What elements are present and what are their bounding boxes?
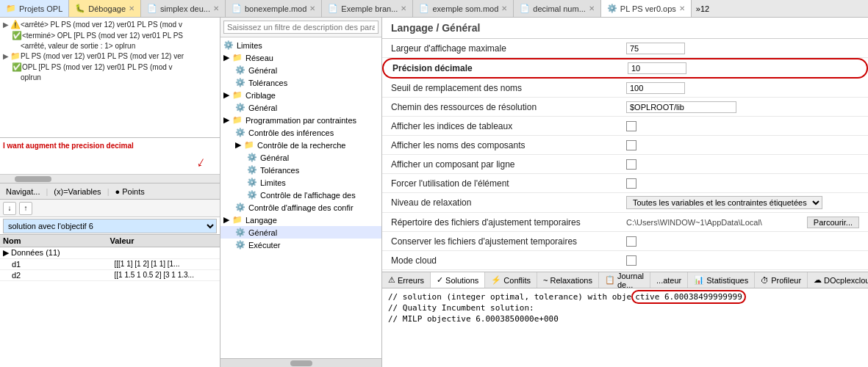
journal-label: Journal de... bbox=[617, 272, 644, 288]
param-executer[interactable]: ⚙️ Exécuter bbox=[220, 239, 381, 251]
param-prog-contraintes[interactable]: ▶ 📁 Programmation par contraintes bbox=[220, 114, 381, 126]
label-largeur: Largeur d'affichage maximale bbox=[391, 43, 626, 54]
tree-item-4[interactable]: ✅ OPL [PL PS (mod ver 12) ver01 PL PS (m… bbox=[0, 62, 220, 73]
tab-decimal[interactable]: 📄 decimal num... ✕ bbox=[514, 0, 601, 17]
conflits-label: Conflits bbox=[503, 276, 531, 285]
select-relaxation[interactable]: Toutes les variables et les contraintes … bbox=[626, 196, 822, 209]
tree-item-2[interactable]: <arrêté, valeur de sortie : 1> oplrun bbox=[0, 41, 220, 51]
param-general-2[interactable]: ⚙️ Général bbox=[220, 151, 381, 164]
param-general-langage[interactable]: ⚙️ Général bbox=[220, 226, 381, 239]
param-controle-recherche[interactable]: ▶ 📁 Contrôle de la recherche bbox=[220, 139, 381, 151]
param-tolerances-1-icon: ⚙️ bbox=[235, 78, 245, 87]
console-tab-solutions[interactable]: ✓ Solutions bbox=[431, 272, 485, 288]
nav-tab-navigat[interactable]: Navigat... bbox=[3, 186, 43, 197]
console-tab-docplexcloud[interactable]: ☁ DOcplexcloud bbox=[808, 272, 868, 288]
label-seuil: Seuil de remplacement des noms bbox=[391, 83, 626, 93]
param-controle-affichage[interactable]: ⚙️ Contrôle de l'affichage des bbox=[220, 189, 381, 201]
data-cell-nom-2: d2 bbox=[12, 271, 115, 280]
data-row-1[interactable]: d1 [[[1 1] [1 2] [1 1] [1... bbox=[0, 259, 220, 270]
checkbox-cloud[interactable] bbox=[626, 255, 636, 266]
console-text-1: // Quality Incumbent solution: bbox=[388, 303, 534, 313]
checkbox-indices[interactable] bbox=[626, 121, 636, 131]
close-bonexemple-icon[interactable]: ✕ bbox=[309, 4, 315, 12]
toolbar-btn-down[interactable]: ↓ bbox=[3, 202, 16, 215]
tab-projets[interactable]: 📁 Projets OPL bbox=[0, 0, 69, 17]
param-langage[interactable]: ▶ 📁 Langage bbox=[220, 214, 381, 226]
checkbox-composant[interactable] bbox=[626, 159, 636, 170]
tab-simplex[interactable]: 📄 simplex deu... ✕ bbox=[141, 0, 226, 17]
close-plps-icon[interactable]: ✕ bbox=[679, 4, 685, 12]
tree-item-3[interactable]: ▶ 📁 PL PS (mod ver 12) ver01 PL PS (mod … bbox=[0, 51, 220, 62]
input-largeur[interactable] bbox=[626, 43, 685, 54]
solution-select[interactable]: solution avec l'objectif 6 bbox=[3, 219, 217, 233]
solutions-icon: ✓ bbox=[437, 275, 443, 285]
checkbox-conserver[interactable] bbox=[626, 236, 636, 247]
solutions-label: Solutions bbox=[445, 276, 478, 285]
console-tab-profileur[interactable]: ⏱ Profileur bbox=[755, 272, 808, 288]
param-general-1[interactable]: ⚙️ Général bbox=[220, 64, 381, 76]
h-scrollbar[interactable] bbox=[0, 175, 220, 184]
tree-arrow-0: ▶ bbox=[3, 21, 9, 29]
nav-tab-points[interactable]: ● Points bbox=[112, 186, 147, 197]
middle-scrollbar-h[interactable] bbox=[220, 358, 381, 367]
projets-icon: 📁 bbox=[6, 4, 16, 13]
param-general-1-icon: ⚙️ bbox=[235, 65, 245, 75]
exemplesom-icon: 📄 bbox=[419, 4, 429, 13]
input-chemin[interactable] bbox=[626, 101, 736, 113]
tab-debogage[interactable]: 🐛 Débogage ✕ bbox=[69, 0, 141, 17]
console-line-1: // Quality Incumbent solution: bbox=[388, 302, 862, 313]
tab-plps[interactable]: ⚙️ PL PS ver0.ops ✕ bbox=[601, 0, 692, 18]
browse-button[interactable]: Parcourir... bbox=[807, 217, 859, 228]
label-composant: Afficher un composant par ligne bbox=[391, 159, 626, 170]
param-general-criblage-label: Général bbox=[248, 103, 277, 112]
tree-item-1[interactable]: ✅ <terminé> OPL [PL PS (mod ver 12) ver0… bbox=[0, 30, 220, 41]
tab-more[interactable]: »12 bbox=[692, 0, 714, 17]
close-decimal-icon[interactable]: ✕ bbox=[589, 4, 595, 12]
settings-row-chemin: Chemin des ressources de résolution bbox=[382, 98, 868, 117]
console-tab-erreurs[interactable]: ⚠ Erreurs bbox=[382, 272, 431, 288]
tab-exemple[interactable]: 📄 Exemple bran... ✕ bbox=[322, 0, 413, 17]
param-general-criblage[interactable]: ⚙️ Général bbox=[220, 101, 381, 114]
close-exemple-icon[interactable]: ✕ bbox=[401, 4, 406, 12]
tab-bonexemple[interactable]: 📄 bonexemple.mod ✕ bbox=[226, 0, 322, 17]
console-tab-journal[interactable]: 📋 Journal de... bbox=[599, 272, 650, 288]
param-controle-affinage[interactable]: ⚙️ Contrôle d'affinage des confir bbox=[220, 201, 381, 214]
close-debogage-icon[interactable]: ✕ bbox=[129, 4, 134, 12]
console-tab-relaxations[interactable]: ~ Relaxations bbox=[537, 272, 599, 288]
param-tolerances-2[interactable]: ⚙️ Tolérances bbox=[220, 164, 381, 176]
data-row-0[interactable]: ▶ Données (11) bbox=[0, 247, 220, 259]
tab-exemplesom[interactable]: 📄 exemple som.mod ✕ bbox=[413, 0, 514, 17]
toolbar-btn-up[interactable]: ↑ bbox=[19, 202, 32, 215]
checkbox-forcer[interactable] bbox=[626, 178, 636, 189]
nav-tab-variables[interactable]: (x)=(x)=VariablesVariables bbox=[51, 186, 104, 197]
data-cell-val-1: [[[1 1] [1 2] [1 1] [1... bbox=[115, 260, 218, 268]
tree-item-5[interactable]: oplrun bbox=[0, 73, 220, 82]
console-content: // solution (integer optimal, tolerance)… bbox=[382, 288, 868, 367]
param-controle-aff-icon: ⚙️ bbox=[247, 190, 257, 200]
filter-input[interactable] bbox=[223, 21, 379, 34]
console-tab-conflits[interactable]: ⚡ Conflits bbox=[485, 272, 537, 288]
param-reseau[interactable]: ▶ 📁 Réseau bbox=[220, 51, 381, 64]
param-criblage[interactable]: ▶ 📁 Criblage bbox=[220, 89, 381, 101]
close-simplex-icon[interactable]: ✕ bbox=[213, 4, 219, 12]
label-repertoire: Répertoire des fichiers d'ajustement tem… bbox=[391, 217, 626, 228]
label-conserver: Conserver les fichiers d'ajustement temp… bbox=[391, 236, 626, 247]
param-tolerances-1[interactable]: ⚙️ Tolérances bbox=[220, 76, 381, 89]
input-precision[interactable] bbox=[628, 62, 686, 74]
annotation-arrow-icon: ↓ bbox=[194, 153, 209, 171]
nav-tab-separator-2: | bbox=[107, 187, 110, 196]
label-noms: Afficher les noms des composants bbox=[391, 140, 626, 150]
tree-label-5: oplrun bbox=[21, 73, 41, 81]
param-controle-recherche-label: Contrôle de la recherche bbox=[257, 141, 345, 150]
tree-item-0[interactable]: ▶ ⚠️ <arrêté> PL PS (mod ver 12) ver01 P… bbox=[0, 19, 220, 30]
param-controle-inf[interactable]: ⚙️ Contrôle des inférences bbox=[220, 126, 381, 139]
data-row-2[interactable]: d2 [[1 1.5 1 0.5 2] [3 1 1.3... bbox=[0, 270, 220, 281]
param-tolerances-2-icon: ⚙️ bbox=[247, 165, 257, 175]
console-tab-statistiques[interactable]: 📊 Statistiques bbox=[688, 272, 755, 288]
checkbox-noms[interactable] bbox=[626, 140, 636, 150]
param-limites-2[interactable]: ⚙️ Limites bbox=[220, 176, 381, 189]
param-limites[interactable]: ⚙️ Limites bbox=[220, 39, 381, 51]
input-seuil[interactable] bbox=[626, 82, 685, 94]
console-tab-ateur[interactable]: ...ateur bbox=[650, 272, 688, 288]
close-exemplesom-icon[interactable]: ✕ bbox=[501, 4, 507, 12]
